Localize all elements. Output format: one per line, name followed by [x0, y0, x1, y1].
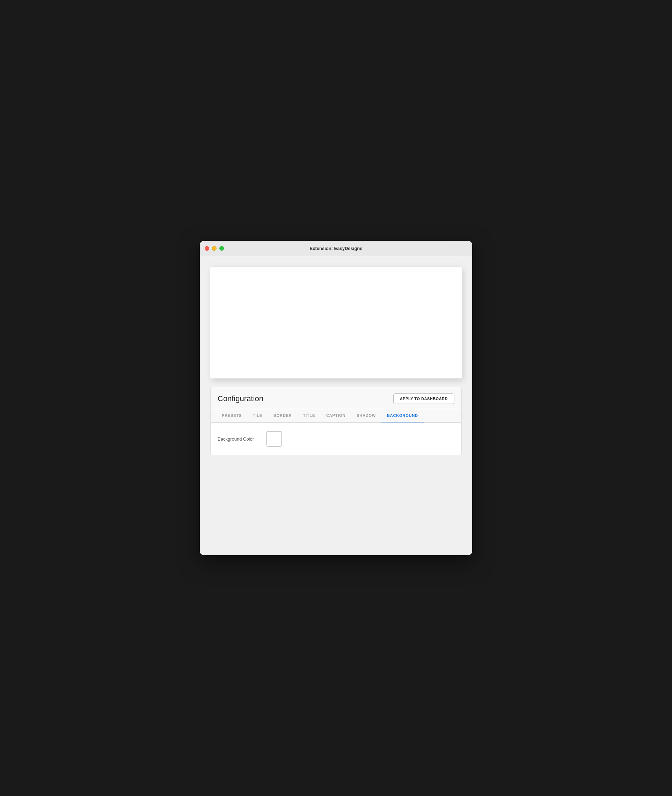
traffic-lights	[205, 246, 224, 251]
minimize-button[interactable]	[212, 246, 216, 251]
background-color-row: Background Color	[218, 431, 454, 446]
tab-border[interactable]: BORDER	[268, 409, 297, 422]
tab-caption[interactable]: CAPTION	[321, 409, 351, 422]
apply-to-dashboard-button[interactable]: APPLY TO DASHBOARD	[393, 393, 454, 404]
background-color-label: Background Color	[218, 436, 259, 442]
preview-canvas	[210, 267, 462, 379]
background-color-swatch[interactable]	[267, 431, 282, 446]
app-window: Extension: EasyDesigns Configuration APP…	[200, 241, 472, 555]
maximize-button[interactable]	[219, 246, 224, 251]
bottom-spacer	[210, 464, 462, 545]
close-button[interactable]	[205, 246, 209, 251]
config-title: Configuration	[218, 394, 263, 403]
window-body: Configuration APPLY TO DASHBOARD PRESETS…	[200, 256, 472, 555]
titlebar: Extension: EasyDesigns	[200, 241, 472, 256]
window-title: Extension: EasyDesigns	[310, 246, 363, 251]
tab-title[interactable]: TITLE	[297, 409, 321, 422]
tab-content-background: Background Color	[211, 422, 461, 455]
tab-shadow[interactable]: SHADOW	[351, 409, 381, 422]
tab-background[interactable]: BACKGROUND	[381, 409, 424, 422]
tabs-row: PRESETS TILE BORDER TITLE CAPTION SHADOW…	[211, 409, 461, 422]
tab-presets[interactable]: PRESETS	[216, 409, 247, 422]
config-header: Configuration APPLY TO DASHBOARD	[211, 387, 461, 409]
config-panel: Configuration APPLY TO DASHBOARD PRESETS…	[210, 387, 462, 455]
tab-tile[interactable]: TILE	[247, 409, 268, 422]
